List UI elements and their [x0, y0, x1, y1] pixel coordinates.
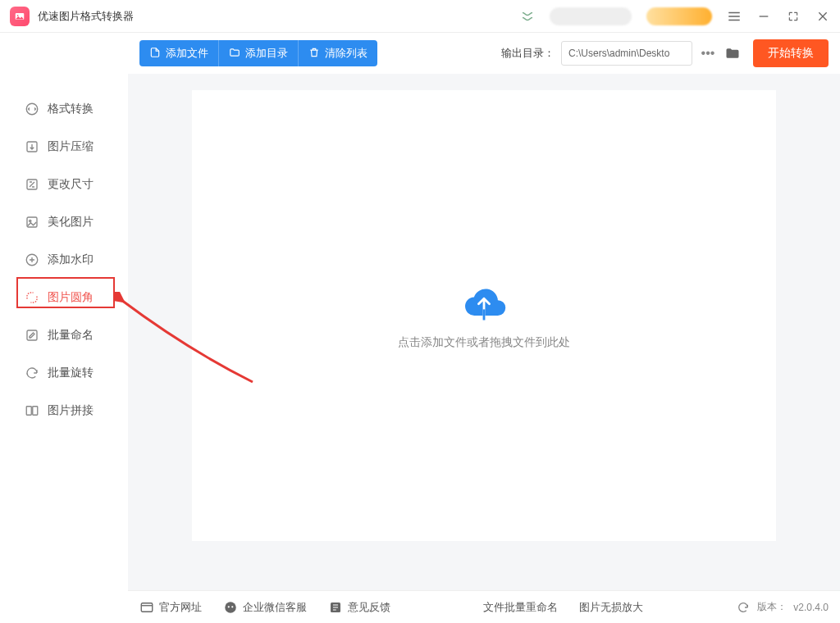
watermark-icon [25, 252, 39, 267]
footer-label: 文件批量重命名 [483, 600, 558, 615]
version-label: 版本： [757, 600, 787, 614]
version-value: v2.0.4.0 [793, 602, 829, 613]
sidebar-item-label: 图片拼接 [48, 403, 94, 418]
official-site-link[interactable]: 官方网址 [139, 600, 202, 615]
refresh-icon[interactable] [736, 600, 751, 615]
sidebar-item-label: 美化图片 [48, 215, 94, 230]
footer: 官方网址 企业微信客服 意见反馈 文件批量重命名 图片无损放大 版本： v2.0… [128, 590, 840, 623]
sidebar-item-label: 更改尺寸 [48, 177, 94, 192]
feedback-link[interactable]: 意见反馈 [328, 600, 390, 615]
footer-label: 官方网址 [159, 600, 202, 615]
titlebar: 优速图片格式转换器 [0, 0, 840, 33]
clear-list-button[interactable]: 清除列表 [298, 40, 377, 66]
sidebar-item-format-convert[interactable]: 格式转换 [0, 90, 128, 128]
button-label: 清除列表 [325, 46, 368, 61]
app-logo-icon [10, 7, 30, 26]
sidebar-item-label: 添加水印 [48, 252, 94, 267]
svg-rect-12 [141, 603, 153, 612]
footer-label: 意见反馈 [348, 600, 390, 615]
output-dir-input[interactable] [561, 41, 692, 66]
maximize-button[interactable] [786, 9, 801, 24]
wechat-support-link[interactable]: 企业微信客服 [223, 600, 307, 615]
minimize-button[interactable] [756, 9, 771, 24]
sidebar-item-stitch[interactable]: 图片拼接 [0, 392, 128, 430]
stitch-icon [25, 403, 39, 418]
toolbar: 添加文件 添加目录 清除列表 输出目录： ••• 开始转换 [128, 33, 840, 74]
sidebar-item-resize[interactable]: 更改尺寸 [0, 166, 128, 203]
svg-point-13 [225, 602, 236, 613]
resize-icon [25, 177, 39, 192]
sidebar-item-label: 格式转换 [48, 102, 94, 116]
beautify-icon [25, 215, 39, 230]
blurred-label [550, 7, 632, 25]
sidebar-item-batch-rename[interactable]: 批量命名 [0, 316, 128, 354]
output-dir-label: 输出目录： [501, 46, 555, 61]
svg-point-15 [231, 606, 233, 607]
content-area: 添加文件 添加目录 清除列表 输出目录： ••• 开始转换 [128, 33, 840, 590]
sidebar-item-watermark[interactable]: 添加水印 [0, 241, 128, 279]
footer-label: 企业微信客服 [243, 600, 307, 615]
rotate-icon [25, 366, 39, 380]
drop-hint-text: 点击添加文件或者拖拽文件到此处 [398, 335, 570, 350]
convert-icon [25, 102, 39, 116]
sidebar: 格式转换 图片压缩 更改尺寸 美化图片 添加水印 图片圆角 批量命名 批量旋转 [0, 33, 128, 590]
cloud-upload-icon [459, 281, 509, 322]
open-folder-button[interactable] [720, 41, 745, 66]
sidebar-item-label: 图片压缩 [48, 139, 94, 154]
blurred-badge [646, 7, 712, 25]
svg-point-14 [228, 606, 230, 607]
sidebar-item-round-corner[interactable]: 图片圆角 [0, 279, 128, 316]
svg-point-1 [17, 14, 19, 16]
close-button[interactable] [815, 9, 830, 24]
toolbar-button-group: 添加文件 添加目录 清除列表 [139, 40, 377, 66]
feedback-icon [328, 600, 343, 615]
browse-button[interactable]: ••• [696, 41, 720, 66]
add-folder-button[interactable]: 添加目录 [218, 40, 298, 66]
round-corner-icon [25, 290, 39, 305]
sidebar-item-label: 批量命名 [48, 328, 94, 343]
sidebar-item-compress[interactable]: 图片压缩 [0, 128, 128, 166]
footer-label: 图片无损放大 [579, 600, 643, 615]
batch-rename-link[interactable]: 文件批量重命名 [483, 600, 558, 615]
button-label: 添加目录 [245, 46, 288, 61]
folder-icon [229, 47, 240, 61]
version-info: 版本： v2.0.4.0 [736, 600, 829, 615]
menu-icon[interactable] [727, 9, 742, 24]
svg-point-6 [30, 220, 31, 221]
svg-rect-9 [26, 407, 31, 416]
trash-icon [308, 47, 320, 61]
sidebar-item-beautify[interactable]: 美化图片 [0, 203, 128, 241]
drop-zone[interactable]: 点击添加文件或者拖拽文件到此处 [192, 90, 776, 541]
website-icon [139, 600, 154, 615]
app-title: 优速图片格式转换器 [38, 9, 134, 24]
button-label: 开始转换 [768, 46, 814, 61]
app-mark-icon [520, 9, 535, 24]
svg-rect-8 [27, 330, 37, 340]
sidebar-item-batch-rotate[interactable]: 批量旋转 [0, 354, 128, 392]
sidebar-item-label: 批量旋转 [48, 366, 94, 380]
button-label: 添加文件 [166, 46, 208, 61]
lossless-zoom-link[interactable]: 图片无损放大 [579, 600, 643, 615]
rename-icon [25, 328, 39, 343]
sidebar-item-label: 图片圆角 [48, 290, 94, 305]
compress-icon [25, 139, 39, 154]
add-file-button[interactable]: 添加文件 [139, 40, 218, 66]
support-icon [223, 600, 238, 615]
file-icon [149, 47, 161, 61]
svg-rect-10 [33, 407, 38, 416]
start-convert-button[interactable]: 开始转换 [753, 39, 829, 67]
